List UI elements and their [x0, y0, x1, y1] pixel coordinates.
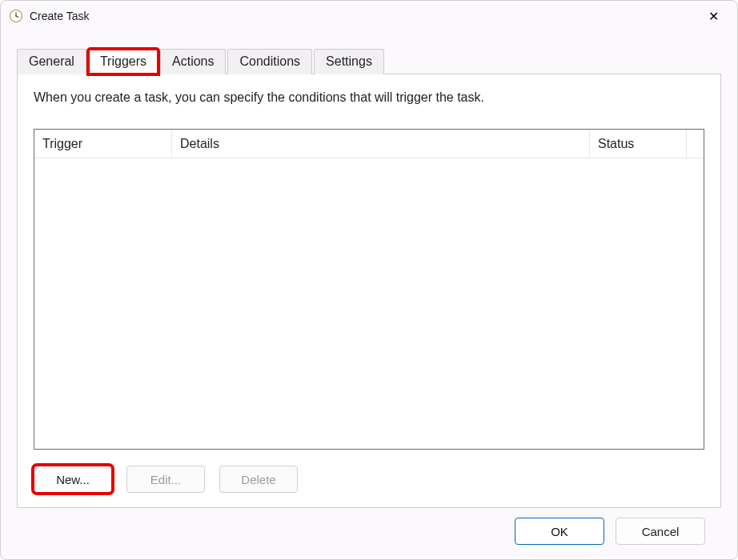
column-trigger[interactable]: Trigger [34, 130, 172, 158]
task-scheduler-icon [9, 9, 23, 23]
triggers-table-body[interactable] [34, 158, 704, 449]
title-bar: Create Task ✕ [1, 1, 737, 31]
triggers-description: When you create a task, you can specify … [34, 90, 704, 105]
new-trigger-button[interactable]: New... [34, 466, 112, 493]
tab-actions[interactable]: Actions [160, 49, 226, 74]
cancel-button[interactable]: Cancel [616, 518, 705, 545]
create-task-dialog: Create Task ✕ General Triggers Actions C… [0, 0, 738, 560]
close-button[interactable]: ✕ [697, 4, 729, 28]
triggers-panel: When you create a task, you can specify … [17, 74, 721, 508]
edit-trigger-button: Edit... [126, 466, 205, 493]
ok-button[interactable]: OK [515, 518, 604, 545]
tab-conditions[interactable]: Conditions [227, 49, 312, 74]
window-title: Create Task [30, 10, 697, 22]
trigger-action-buttons: New... Edit... Delete [34, 466, 704, 493]
tab-strip: General Triggers Actions Conditions Sett… [17, 49, 721, 74]
close-icon: ✕ [708, 9, 719, 24]
tab-triggers[interactable]: Triggers [88, 49, 158, 74]
column-status[interactable]: Status [590, 130, 686, 158]
triggers-table[interactable]: Trigger Details Status [34, 129, 704, 450]
tab-settings[interactable]: Settings [314, 49, 384, 74]
column-scroll-spacer [686, 130, 704, 158]
delete-trigger-button: Delete [219, 466, 298, 493]
triggers-table-header: Trigger Details Status [34, 130, 704, 158]
dialog-footer: OK Cancel [17, 508, 721, 554]
dialog-content: General Triggers Actions Conditions Sett… [1, 31, 737, 559]
column-details[interactable]: Details [172, 130, 590, 158]
tab-general[interactable]: General [17, 49, 86, 74]
